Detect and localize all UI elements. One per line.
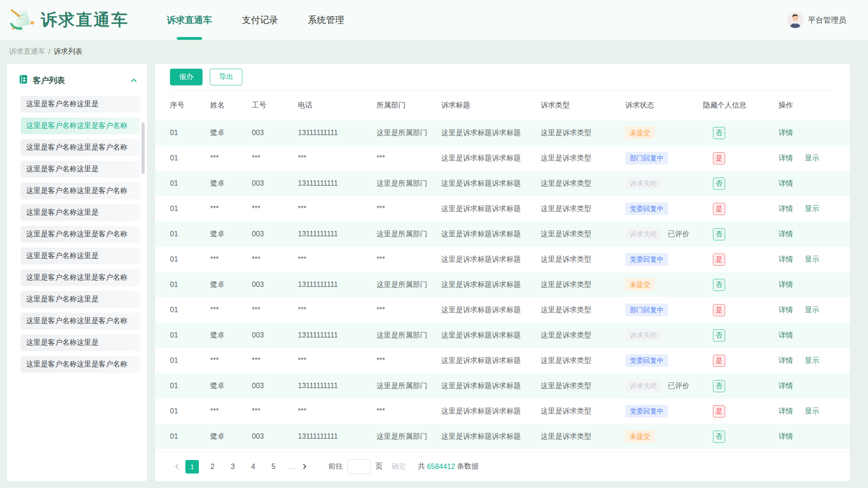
- cell-emp_id: 003: [252, 281, 298, 289]
- page-number[interactable]: 1: [185, 460, 199, 474]
- sidebar-item-customer[interactable]: 这里是客户名称这里是: [21, 291, 140, 308]
- detail-link[interactable]: 详情: [778, 280, 793, 290]
- cell-no: 01: [170, 205, 210, 213]
- sidebar-item-customer[interactable]: 这里是客户名称这里是客户名称: [21, 313, 140, 329]
- status-badge: 未提交: [625, 278, 655, 291]
- user-menu[interactable]: 平台管理员: [787, 12, 868, 28]
- detail-link[interactable]: 详情: [778, 407, 793, 416]
- page-number[interactable]: 4: [246, 460, 260, 474]
- cell-no: 01: [170, 331, 210, 339]
- detail-link[interactable]: 详情: [778, 432, 793, 441]
- table-row: 01鹭卓00313111111111这里是所属部门这里是诉求标题诉求标题这里是诉…: [155, 171, 850, 196]
- customer-list-header[interactable]: 客户列表: [19, 75, 140, 86]
- cell-name: 鹭卓: [210, 230, 252, 239]
- content: 客户列表 这里是客户名称这里是这里是客户名称这里是客户名称这里是客户名称这里是客…: [0, 64, 868, 481]
- sidebar-item-customer[interactable]: 这里是客户名称这里是客户名称: [21, 226, 140, 243]
- cell-type: 这里是诉求类型: [541, 154, 625, 163]
- sidebar-item-customer[interactable]: 这里是客户名称这里是: [21, 204, 140, 221]
- cell-type: 这里是诉求类型: [541, 356, 625, 366]
- sidebar-item-customer[interactable]: 这里是客户名称这里是客户名称: [21, 117, 140, 134]
- cell-dept: 这里是所属部门: [377, 432, 441, 441]
- sidebar-item-customer[interactable]: 这里是客户名称这里是: [21, 334, 140, 351]
- detail-link[interactable]: 详情: [778, 128, 793, 138]
- collapse-chevron-up-icon[interactable]: [130, 76, 138, 84]
- contact-book-icon: [19, 75, 28, 86]
- toolbar: 催办 导出: [170, 64, 835, 90]
- detail-link[interactable]: 详情: [778, 230, 793, 239]
- cell-title: 这里是诉求标题诉求标题: [441, 154, 541, 163]
- detail-link[interactable]: 详情: [778, 179, 793, 188]
- nav-tab[interactable]: 支付记录: [241, 0, 279, 40]
- show-link[interactable]: 显示: [805, 407, 819, 416]
- page-number[interactable]: 2: [206, 460, 219, 474]
- cell-type: 这里是诉求类型: [541, 432, 625, 441]
- cell-phone: ***: [298, 357, 377, 365]
- column-header: 操作: [778, 101, 835, 110]
- detail-link[interactable]: 详情: [778, 331, 793, 340]
- sidebar-item-customer[interactable]: 这里是客户名称这里是客户名称: [21, 139, 140, 156]
- sidebar-item-customer[interactable]: 这里是客户名称这里是客户名称: [21, 269, 140, 286]
- page-number[interactable]: 3: [226, 460, 240, 474]
- detail-link[interactable]: 详情: [778, 204, 793, 214]
- table-body: 01鹭卓00313111111111这里是所属部门这里是诉求标题诉求标题这里是诉…: [170, 120, 835, 449]
- cell-actions: 详情显示: [778, 305, 835, 315]
- nav-tab[interactable]: 系统管理: [307, 0, 345, 40]
- nav-tab[interactable]: 诉求直通车: [166, 0, 213, 40]
- page-unit-label: 页: [375, 462, 382, 471]
- page-input[interactable]: [347, 459, 371, 474]
- cell-phone: 13111111111: [298, 230, 377, 238]
- prev-page-icon[interactable]: [170, 460, 184, 474]
- cell-hide-info: 是: [703, 203, 778, 215]
- cell-hide-info: 否: [703, 127, 778, 139]
- sidebar-scrollbar-thumb[interactable]: [142, 122, 145, 174]
- cell-no: 01: [170, 407, 210, 415]
- status-badge: 诉求关闭: [625, 228, 661, 240]
- show-link[interactable]: 显示: [805, 305, 819, 315]
- sidebar-item-customer[interactable]: 这里是客户名称这里是: [21, 96, 140, 113]
- status-badge: 诉求关闭: [625, 380, 661, 392]
- page-ellipsis[interactable]: ...: [287, 463, 296, 471]
- cell-actions: 详情显示: [778, 255, 835, 264]
- cell-name: ***: [210, 154, 252, 162]
- breadcrumb-parent[interactable]: 诉求直通车: [9, 47, 45, 56]
- show-link[interactable]: 显示: [805, 204, 819, 214]
- cell-status: 诉求关闭: [625, 177, 703, 190]
- next-page-icon[interactable]: [297, 460, 311, 474]
- show-link[interactable]: 显示: [805, 154, 819, 163]
- sidebar-item-customer[interactable]: 这里是客户名称这里是: [21, 161, 140, 178]
- cell-title: 这里是诉求标题诉求标题: [441, 280, 541, 290]
- detail-link[interactable]: 详情: [778, 305, 793, 315]
- cell-hide-info: 否: [703, 431, 778, 443]
- cell-actions: 详情显示: [778, 356, 835, 366]
- sidebar-item-customer[interactable]: 这里是客户名称这里是客户名称: [21, 356, 140, 373]
- page-number[interactable]: 5: [267, 460, 280, 474]
- show-link[interactable]: 显示: [805, 255, 819, 264]
- show-link[interactable]: 显示: [805, 356, 819, 366]
- avatar[interactable]: [787, 12, 803, 28]
- sidebar-item-customer[interactable]: 这里是客户名称这里是客户名称: [21, 183, 140, 199]
- detail-link[interactable]: 详情: [778, 255, 793, 264]
- detail-link[interactable]: 详情: [778, 356, 793, 366]
- table-row: 01鹭卓00313111111111这里是所属部门这里是诉求标题诉求标题这里是诉…: [155, 272, 850, 297]
- customer-list-title: 客户列表: [33, 75, 65, 86]
- cell-name: ***: [210, 306, 252, 314]
- detail-link[interactable]: 详情: [778, 154, 793, 163]
- hide-info-badge: 否: [713, 228, 725, 240]
- cell-title: 这里是诉求标题诉求标题: [441, 128, 541, 138]
- cell-dept: 这里是所属部门: [377, 280, 441, 290]
- status-badge: 未提交: [625, 430, 655, 443]
- urge-button[interactable]: 催办: [170, 69, 203, 85]
- cell-hide-info: 否: [703, 329, 778, 342]
- table-header: 序号姓名工号电话所属部门诉求标题诉求类型诉求状态隐藏个人信息操作: [155, 90, 850, 120]
- cell-status: 诉求关闭: [625, 329, 703, 342]
- sidebar-item-customer[interactable]: 这里是客户名称这里是: [21, 248, 140, 264]
- logo-text: 诉求直通车: [41, 9, 129, 31]
- evaluated-label: 已评价: [668, 230, 689, 238]
- status-badge: 诉求关闭: [625, 177, 661, 190]
- cell-status: 党委回复中: [625, 405, 703, 418]
- column-header: 诉求状态: [625, 101, 703, 110]
- hide-info-badge: 是: [713, 253, 725, 266]
- confirm-button[interactable]: 确定: [392, 462, 406, 471]
- detail-link[interactable]: 详情: [778, 381, 793, 391]
- export-button[interactable]: 导出: [210, 69, 242, 85]
